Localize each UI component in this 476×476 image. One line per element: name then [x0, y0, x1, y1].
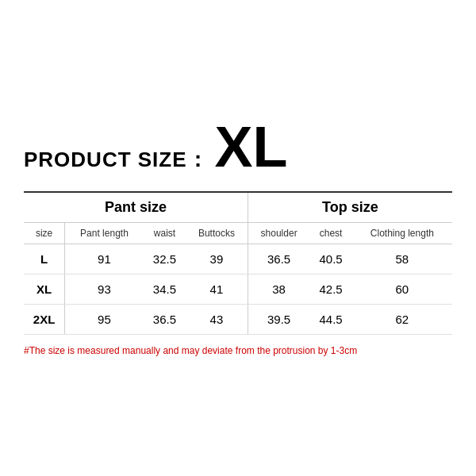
size-value: XL: [215, 118, 288, 175]
main-container: PRODUCT SIZE： XL Pant size Top size size…: [16, 102, 460, 374]
size-note: #The size is measured manually and may d…: [24, 344, 452, 358]
table-row: XL9334.5413842.560: [24, 274, 452, 305]
table-row: 2XL9536.54339.544.562: [24, 305, 452, 335]
pant-size-header: Pant size: [24, 193, 248, 223]
col-shoulder: shoulder: [248, 223, 309, 244]
col-waist: waist: [144, 223, 186, 244]
col-size: size: [24, 223, 65, 244]
col-pant-length: Pant length: [65, 223, 144, 244]
col-clothing-length: Clothing length: [352, 223, 452, 244]
group-header-row: Pant size Top size: [24, 193, 452, 223]
size-table: Pant size Top size size Pant length wais…: [24, 193, 452, 335]
product-size-label: PRODUCT SIZE：: [24, 146, 209, 174]
top-size-header: Top size: [248, 193, 452, 223]
col-chest: chest: [309, 223, 351, 244]
col-header-row: size Pant length waist Buttocks shoulder…: [24, 223, 452, 244]
table-row: L9132.53936.540.558: [24, 244, 452, 274]
title-row: PRODUCT SIZE： XL: [24, 118, 452, 175]
col-buttocks: Buttocks: [186, 223, 248, 244]
table-body: L9132.53936.540.558XL9334.5413842.5602XL…: [24, 244, 452, 335]
